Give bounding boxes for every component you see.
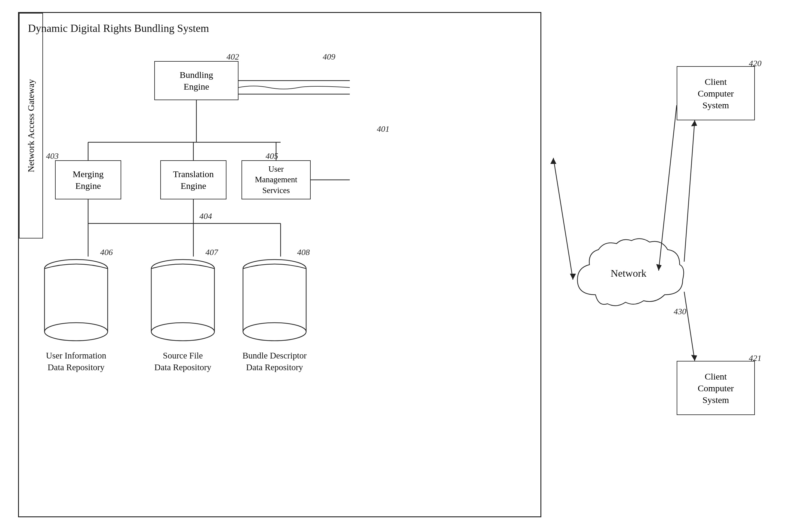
ref-421: 421 [749,353,762,363]
network-gateway-box: Network Access Gateway [19,13,43,238]
network-cloud: Network [571,235,686,325]
source-file-db-label: Source FileData Repository [154,350,211,373]
ref-408: 408 [297,248,310,257]
source-file-db-cylinder [150,257,216,347]
ref-407: 407 [205,248,218,257]
user-info-db-label: User InformationData Repository [46,350,106,373]
client1-box: Client Computer System [677,66,755,120]
svg-text:Network: Network [611,268,647,279]
system-title: Dynamic Digital Rights Bundling System [28,22,209,34]
svg-rect-25 [243,268,306,332]
network-gateway-label: Network Access Gateway [26,79,36,172]
bundling-engine-box: Bundling Engine [154,61,238,100]
translation-engine-box: Translation Engine [160,160,227,200]
user-mgmt-label: User Management Services [255,164,298,195]
merging-engine-label: Merging Engine [73,168,104,192]
bundling-engine-label: Bundling Engine [179,69,213,92]
svg-marker-36 [691,355,697,361]
bundle-desc-db-wrapper: Bundle DescriptorData Repository [242,257,308,373]
ref-409: 409 [323,52,335,62]
svg-rect-15 [44,268,108,332]
source-file-db-wrapper: Source FileData Repository [150,257,216,373]
system-boundary: Dynamic Digital Rights Bundling System [18,12,541,517]
user-info-db-wrapper: User InformationData Repository [43,257,109,373]
svg-line-30 [553,158,573,280]
ref-403: 403 [46,151,59,161]
svg-line-35 [684,292,695,361]
ref-430: 430 [674,307,686,316]
svg-point-23 [151,323,214,341]
user-info-db-cylinder [43,257,109,347]
ref-402: 402 [227,52,239,62]
svg-rect-20 [151,268,214,332]
svg-line-33 [684,120,695,262]
network-cloud-wrapper: Network 430 [571,235,686,326]
ref-406: 406 [100,248,113,257]
client2-box: Client Computer System [677,361,755,415]
svg-marker-34 [691,120,697,126]
user-mgmt-box: User Management Services [242,160,311,200]
client1-label: Client Computer System [698,76,734,111]
bundle-desc-db-label: Bundle DescriptorData Repository [242,350,306,373]
translation-engine-label: Translation Engine [173,168,214,192]
ref-401: 401 [377,124,390,134]
merging-engine-box: Merging Engine [55,160,121,200]
client2-label: Client Computer System [698,370,734,406]
ref-420: 420 [749,59,762,68]
svg-point-18 [44,323,108,341]
ref-404: 404 [199,211,212,221]
svg-point-28 [243,323,306,341]
bundle-desc-db-cylinder [242,257,308,347]
svg-marker-32 [550,158,556,164]
ref-405: 405 [265,151,278,161]
